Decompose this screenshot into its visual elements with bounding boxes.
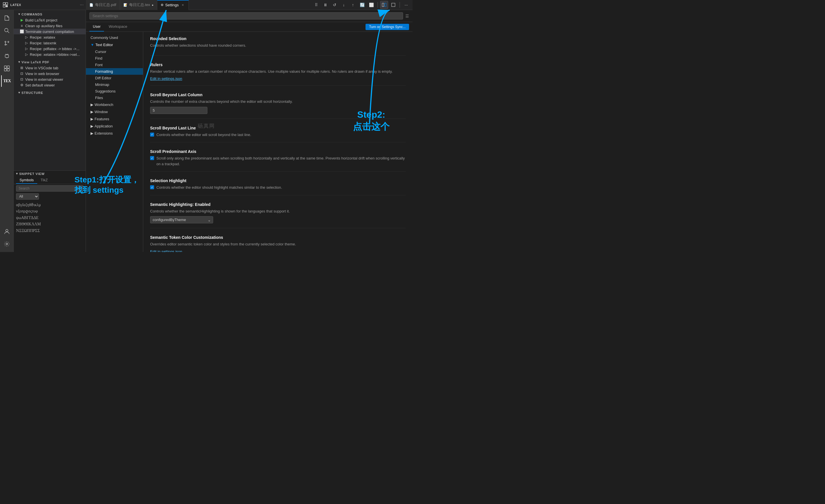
activity-account[interactable]: [1, 226, 13, 237]
sidebar-item-view-web[interactable]: ⊡ View in web browser: [14, 71, 86, 76]
nav-workbench[interactable]: ▶ Workbench: [86, 101, 143, 108]
split-editor-btn[interactable]: [380, 1, 388, 9]
snippet-filter-select[interactable]: All: [16, 193, 39, 199]
tab-tex[interactable]: 📝 每日汇总.tex ●: [120, 0, 157, 10]
activity-files[interactable]: [1, 12, 13, 24]
scroll-beyond-last-line-row: Controls whether the editor will scroll …: [150, 132, 405, 138]
tab-settings[interactable]: ⚙ Settings ✕: [157, 0, 189, 10]
settings-tab-workspace[interactable]: Workspace: [105, 22, 131, 31]
svg-line-8: [7, 31, 9, 33]
tab-pdf[interactable]: 📄 每日汇总.pdf: [86, 0, 120, 10]
settings-search-bar: ☰: [86, 10, 412, 22]
activity-search[interactable]: [1, 25, 13, 36]
selection-highlight-desc: Controls whether the editor should highl…: [156, 185, 282, 190]
features-chevron: ▶: [90, 117, 93, 121]
nav-text-editor[interactable]: ▼ Text Editor: [86, 41, 143, 49]
activity-bar-bottom: [1, 226, 13, 252]
single-editor-btn[interactable]: [389, 1, 397, 9]
svg-rect-2: [3, 5, 5, 7]
rulers-desc: Render vertical rulers after a certain n…: [150, 69, 405, 74]
settings-tab-user[interactable]: User: [89, 22, 104, 31]
nav-features[interactable]: ▶ Features: [86, 115, 143, 122]
top-bar: LATEX ··· 📄 每日汇总.pdf 📝 每日汇总.tex ● ⚙ Sett…: [0, 0, 412, 10]
toolbar-grid-btn[interactable]: ⠿: [312, 1, 320, 9]
sidebar-item-terminate[interactable]: ⬜ Terminate current compilation: [14, 29, 86, 34]
rounded-selection-title: Rounded Selection: [150, 36, 405, 41]
content-area: ☰ User Workspace Turn on Settings Sync..…: [86, 10, 412, 252]
sidebar-item-recipe-latexmk[interactable]: ▷ Recipe: latexmk: [14, 40, 86, 46]
selection-highlight-title: Selection Highlight: [150, 178, 405, 183]
snippet-tab-symbols[interactable]: Symbols: [16, 177, 37, 184]
nav-commonly-used[interactable]: Commonly Used: [86, 34, 143, 41]
settings-tab-close[interactable]: ✕: [180, 3, 185, 7]
activity-git[interactable]: [1, 37, 13, 49]
nav-application[interactable]: ▶ Application: [86, 122, 143, 130]
sidebar-item-set-default[interactable]: ⚙ Set default viewer: [14, 82, 86, 88]
view-section-header[interactable]: ▾ View LaTeX PDF: [14, 59, 86, 65]
nav-font[interactable]: Font: [86, 62, 143, 68]
toolbar-up-btn[interactable]: ↑: [349, 1, 357, 9]
sidebar-item-build[interactable]: ▶ Build LaTeX project: [14, 17, 86, 23]
settings-sync-btn[interactable]: Turn on Settings Sync...: [366, 24, 409, 30]
setting-rounded-selection: Rounded Selection Controls whether selec…: [150, 36, 405, 56]
cleanup-label: Clean up auxiliary files: [25, 24, 83, 28]
toolbar-pause-btn[interactable]: ⏸: [321, 1, 329, 9]
sidebar-content: ▾ COMMANDS ▶ Build LaTeX project ≡ Clean…: [14, 10, 86, 170]
scroll-beyond-last-line-checkbox[interactable]: [150, 133, 154, 137]
scroll-beyond-last-line-desc: Controls whether the editor will scroll …: [156, 132, 251, 138]
svg-point-9: [5, 41, 6, 43]
recipe-xelatex2-label: Recipe: xelatex->bibtex->xel...: [30, 53, 83, 57]
nav-minimap[interactable]: Minimap: [86, 81, 143, 88]
snippet-tab-tikz[interactable]: TikZ: [37, 177, 51, 184]
semantic-highlighting-desc: Controls whether the semanticHighlightin…: [150, 208, 405, 214]
nav-window[interactable]: ▶ Window: [86, 108, 143, 115]
settings-search-input[interactable]: [89, 12, 403, 19]
commands-chevron: ▾: [18, 12, 20, 16]
sidebar-item-recipe-xelatex[interactable]: ▷ Recipe: xelatex: [14, 34, 86, 40]
activity-extensions[interactable]: [1, 63, 13, 74]
nav-cursor[interactable]: Cursor: [86, 49, 143, 55]
nav-extensions[interactable]: ▶ Extensions: [86, 130, 143, 137]
settings-filter-icon[interactable]: ☰: [405, 14, 409, 18]
scroll-predominant-axis-desc: Scroll only along the predominant axis w…: [156, 156, 405, 167]
nav-suggestions[interactable]: Suggestions: [86, 88, 143, 94]
activity-settings[interactable]: [1, 238, 13, 250]
sidebar-item-cleanup[interactable]: ≡ Clean up auxiliary files: [14, 23, 86, 29]
selection-highlight-checkbox[interactable]: [150, 185, 154, 189]
commands-section-header[interactable]: ▾ COMMANDS: [14, 11, 86, 17]
sidebar-item-view-vscode[interactable]: ⊞ View in VSCode tab: [14, 65, 86, 71]
setting-rulers: Rulers Render vertical rulers after a ce…: [150, 63, 405, 86]
toolbar-refresh-btn[interactable]: ↺: [330, 1, 339, 9]
snippet-search-input[interactable]: [16, 185, 83, 191]
sidebar-item-recipe-xelatex2[interactable]: ▷ Recipe: xelatex->bibtex->xel...: [14, 52, 86, 57]
rulers-link[interactable]: Edit in settings.json: [150, 76, 182, 81]
toolbar-down-btn[interactable]: ↓: [340, 1, 348, 9]
semantic-highlighting-select[interactable]: configuredByTheme: [150, 216, 213, 223]
sidebar-item-recipe-pdflatex[interactable]: ▷ Recipe: pdflatex -> bibtex ->...: [14, 46, 86, 52]
more-actions-btn[interactable]: ···: [402, 1, 410, 9]
sidebar-item-view-external[interactable]: ⊡ View in external viewer: [14, 76, 86, 82]
scroll-beyond-last-column-input[interactable]: [150, 107, 207, 114]
nav-find[interactable]: Find: [86, 55, 143, 62]
nav-files[interactable]: Files: [86, 94, 143, 101]
view-external-icon: ⊡: [19, 77, 24, 82]
toolbar-cycle-btn[interactable]: 🔄: [358, 1, 366, 9]
top-bar-left: LATEX ···: [0, 2, 86, 8]
snippet-chevron: ▾: [16, 172, 18, 176]
activity-latex[interactable]: TEX: [1, 75, 13, 87]
scroll-predominant-axis-checkbox[interactable]: [150, 156, 154, 160]
svg-rect-16: [4, 69, 7, 71]
activity-debug[interactable]: [1, 50, 13, 62]
recipe-xelatex-label: Recipe: xelatex: [30, 35, 83, 39]
semantic-token-color-link[interactable]: Edit in settings.json: [150, 249, 182, 252]
structure-section-header[interactable]: ▾ STRUCTURE: [14, 90, 86, 96]
view-label: View LaTeX PDF: [21, 61, 50, 64]
nav-diff-editor[interactable]: Diff Editor: [86, 75, 143, 81]
sidebar-more-btn[interactable]: ···: [80, 2, 84, 7]
snippet-tabs: Symbols TikZ: [14, 177, 86, 184]
build-icon: ▶: [19, 18, 24, 22]
nav-formatting[interactable]: Formatting: [86, 68, 143, 75]
toolbar-stop-btn[interactable]: ⬜: [367, 1, 375, 9]
snippet-content: αβγδεζηθϑικλμ νξοπρϱσςτυφ ψωΑΒΓΓΔΔΕ ΖΗΘΘ…: [14, 201, 86, 252]
terminate-label: Terminate current compilation: [25, 29, 83, 34]
